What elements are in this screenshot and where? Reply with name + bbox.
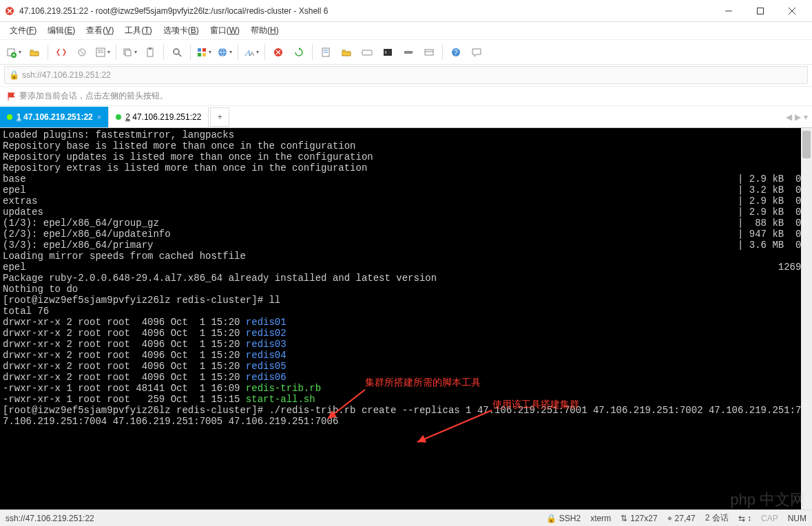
status-num: NUM [788, 514, 806, 523]
tab-nav: ◀ ▶ ▾ [786, 112, 812, 122]
svg-rect-2 [758, 8, 764, 14]
svg-rect-21 [202, 53, 206, 56]
tab-menu-icon[interactable]: ▾ [804, 112, 808, 122]
tab-next-icon[interactable]: ▶ [795, 112, 801, 122]
arrow-icon [413, 409, 496, 446]
status-address: ssh://47.106.219.251:22 [6, 514, 94, 523]
size-icon: ⇅ [621, 514, 627, 523]
divider [48, 45, 48, 60]
disconnect-button[interactable] [72, 43, 92, 62]
menu-edit[interactable]: 编辑(E) [42, 23, 81, 39]
divider [442, 45, 443, 60]
menu-help[interactable]: 帮助(H) [245, 23, 284, 39]
svg-rect-18 [198, 48, 201, 52]
paste-button[interactable] [140, 43, 160, 62]
status-cap: CAP [761, 514, 778, 523]
status-arrows[interactable]: ⇆ ↕ [738, 514, 751, 523]
divider [264, 45, 265, 60]
window-title: 47.106.219.251:22 - root@izwz9ef5sjam9pv… [19, 6, 713, 16]
status-ssh: 🔒SSH2 [546, 514, 581, 523]
pos-icon: ⌖ [667, 514, 672, 523]
status-term: xterm [590, 514, 611, 523]
menu-window[interactable]: 窗口(W) [205, 23, 245, 39]
font-button[interactable]: AA [242, 43, 261, 62]
svg-rect-19 [202, 48, 206, 52]
svg-rect-13 [125, 50, 131, 56]
svg-text:?: ? [454, 49, 458, 56]
divider [116, 45, 116, 60]
svg-rect-34 [425, 50, 433, 55]
watermark: php 中文网 [730, 494, 805, 505]
menu-tabs[interactable]: 选项卡(B) [158, 23, 205, 39]
tab-1[interactable]: 1 47.106.219.251:22 × [0, 107, 109, 127]
svg-line-17 [178, 54, 181, 56]
close-button[interactable] [776, 1, 808, 21]
properties-button[interactable] [93, 43, 112, 62]
find-button[interactable] [167, 43, 187, 62]
arrow-icon [324, 388, 372, 423]
svg-rect-20 [198, 53, 201, 56]
svg-line-38 [328, 390, 365, 419]
new-session-button[interactable] [4, 43, 23, 62]
layout-button[interactable] [194, 43, 214, 62]
globe-button[interactable] [215, 43, 234, 62]
tab-bar: 1 47.106.219.251:22 × 2 47.106.219.251:2… [0, 106, 812, 128]
folder-button[interactable] [337, 43, 356, 62]
xshell-icon-button[interactable] [269, 43, 288, 62]
status-pos: ⌖ 27,47 [667, 514, 696, 523]
flag-icon [7, 92, 17, 101]
svg-rect-29 [362, 50, 372, 55]
menubar: 文件(F) 编辑(E) 查看(V) 工具(T) 选项卡(B) 窗口(W) 帮助(… [0, 22, 812, 40]
status-dot-icon [7, 114, 12, 120]
annotation-1: 集群所搭建所需的脚本工具 [365, 377, 481, 388]
annotation-2: 使用该工具搭建集群 [492, 399, 579, 410]
svg-line-8 [80, 50, 84, 54]
menu-tools[interactable]: 工具(T) [119, 23, 157, 39]
tab-prev-icon[interactable]: ◀ [786, 112, 792, 122]
script-button[interactable] [316, 43, 335, 62]
scrollbar[interactable] [801, 128, 812, 509]
svg-rect-32 [384, 49, 392, 56]
lock-icon: 🔒 [546, 514, 556, 523]
tab-add-button[interactable]: + [210, 107, 229, 127]
svg-rect-15 [149, 48, 152, 50]
divider [312, 45, 313, 60]
copy-button[interactable] [120, 43, 139, 62]
status-bar: ssh://47.106.219.251:22 🔒SSH2 xterm ⇅ 12… [0, 509, 812, 526]
status-size: ⇅ 127x27 [621, 514, 657, 523]
address-field[interactable]: 🔒 ssh://47.106.219.251:22 [4, 66, 808, 84]
address-bar: 🔒 ssh://47.106.219.251:22 [0, 65, 812, 87]
svg-rect-33 [404, 51, 413, 54]
app-icon [4, 6, 15, 17]
hint-text: 要添加当前会话，点击左侧的箭头按钮。 [19, 90, 168, 102]
tunnel-button[interactable] [399, 43, 418, 62]
lock-icon: 🔒 [9, 70, 19, 80]
tab-close-icon[interactable]: × [97, 113, 101, 121]
divider [163, 45, 164, 60]
status-sessions: 2 会话 [705, 512, 729, 524]
compose-button[interactable] [419, 43, 439, 62]
svg-text:A: A [250, 50, 254, 57]
terminal[interactable]: Loaded plugins: fastestmirror, langpacks… [0, 128, 812, 509]
status-dot-icon [116, 114, 121, 120]
svg-point-16 [174, 49, 179, 54]
address-text: ssh://47.106.219.251:22 [22, 70, 111, 80]
open-button[interactable] [25, 43, 44, 62]
refresh-button[interactable] [289, 43, 309, 62]
svg-line-39 [417, 410, 492, 442]
maximize-button[interactable] [745, 1, 776, 21]
reconnect-button[interactable] [52, 43, 71, 62]
menu-file[interactable]: 文件(F) [4, 23, 42, 39]
divider [190, 45, 191, 60]
hint-bar: 要添加当前会话，点击左侧的箭头按钮。 [0, 87, 812, 106]
help-button[interactable]: ? [446, 43, 466, 62]
scrollbar-thumb[interactable] [802, 131, 811, 158]
chat-button[interactable] [467, 43, 486, 62]
minimize-button[interactable] [713, 1, 745, 21]
tab-2[interactable]: 2 47.106.219.251:22 [109, 107, 209, 127]
toolbar: AA ? [0, 40, 812, 65]
keyboard-button[interactable] [357, 43, 377, 62]
titlebar: 47.106.219.251:22 - root@izwz9ef5sjam9pv… [0, 0, 812, 22]
menu-view[interactable]: 查看(V) [81, 23, 119, 39]
terminal-button[interactable] [378, 43, 397, 62]
